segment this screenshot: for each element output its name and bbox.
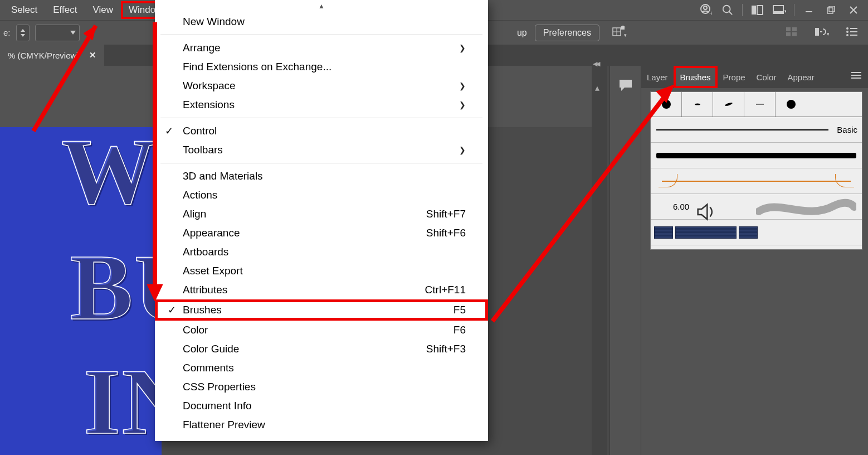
menu-item-asset-export[interactable]: Asset Export — [155, 262, 488, 280]
chevron-right-icon: ❯ — [459, 81, 466, 90]
menu-item-label: Appearance — [183, 227, 240, 239]
brush-thumb-3[interactable] — [713, 92, 744, 117]
search-icon[interactable] — [716, 2, 739, 18]
brush-thumb-5[interactable] — [776, 92, 807, 117]
menu-item-actions[interactable]: Actions — [155, 186, 488, 205]
menu-effect[interactable]: Effect — [45, 1, 85, 19]
panel-tab-brushes[interactable]: Brushes — [674, 66, 718, 88]
svg-point-40 — [724, 102, 733, 107]
brush-thumb-2[interactable] — [682, 92, 713, 117]
artboard[interactable]: WE BU IN — [0, 127, 162, 455]
align-to-menu-icon[interactable]: ▾ — [607, 23, 632, 42]
scroll-up-icon[interactable]: ▴ — [595, 83, 599, 93]
menu-item-label: CSS Properties — [183, 381, 256, 393]
screen-mode-icon[interactable]: ▾ — [768, 2, 791, 18]
comments-dock — [609, 66, 641, 455]
doc-setup-partial[interactable]: up — [509, 25, 527, 41]
menu-item-control[interactable]: ✓Control — [155, 122, 488, 141]
menu-item-align[interactable]: AlignShift+F7 — [155, 205, 488, 224]
svg-marker-17 — [70, 31, 76, 35]
menu-item-css-properties[interactable]: CSS Properties — [155, 377, 488, 396]
collapse-panels-icon[interactable]: ◀◀ — [593, 60, 598, 67]
svg-rect-23 — [786, 27, 791, 31]
svg-point-29 — [846, 27, 849, 30]
svg-marker-15 — [21, 29, 25, 32]
menu-item-artboards[interactable]: Artboards — [155, 243, 488, 262]
menu-shortcut: Shift+F7 — [426, 208, 466, 220]
panel-tab-appearance[interactable]: Appear — [782, 66, 820, 88]
menu-item-extensions[interactable]: Extensions❯ — [155, 95, 488, 114]
account-icon[interactable]: + — [694, 2, 716, 18]
brush-thumb-4[interactable] — [744, 92, 776, 117]
close-button[interactable] — [842, 2, 865, 18]
menu-view[interactable]: View — [85, 1, 121, 19]
brush-basic[interactable]: Basic — [651, 117, 862, 143]
brush-thumb-1[interactable] — [651, 92, 682, 117]
svg-point-33 — [846, 34, 849, 36]
panel-tab-properties[interactable]: Prope — [718, 66, 751, 88]
snap-icon[interactable]: ▾ — [810, 24, 833, 42]
menu-item-comments[interactable]: Comments — [155, 359, 488, 377]
svg-rect-6 — [757, 6, 763, 14]
svg-rect-26 — [792, 32, 797, 36]
panel-tab-color[interactable]: Color — [751, 66, 782, 88]
style-dropdown[interactable] — [35, 25, 80, 41]
maximize-button[interactable] — [820, 2, 842, 18]
brush-arrow[interactable] — [651, 168, 862, 194]
menu-shortcut: F5 — [453, 304, 466, 316]
panels-column: Layer Brushes Prope Color Appear Basic — [641, 66, 868, 455]
svg-marker-16 — [21, 34, 25, 37]
brush-soft-round[interactable]: 6.00 — [651, 194, 862, 220]
list-icon[interactable] — [841, 25, 862, 41]
menu-select[interactable]: Select — [3, 1, 45, 19]
preferences-button[interactable]: Preferences — [535, 25, 599, 41]
menu-separator — [160, 118, 482, 118]
menu-item-label: Document Info — [183, 400, 252, 412]
check-icon: ✓ — [165, 125, 173, 137]
chevron-right-icon: ❯ — [459, 146, 466, 154]
comments-icon[interactable] — [617, 78, 634, 93]
menu-item-label: Find Extensions on Exchange... — [183, 61, 331, 73]
menu-scroll-up-icon[interactable]: ▲ — [155, 0, 488, 12]
opacity-stepper[interactable] — [16, 25, 30, 41]
svg-rect-11 — [827, 8, 833, 13]
grid-icon[interactable] — [781, 25, 802, 41]
menu-item-label: Control — [183, 125, 217, 137]
chevron-right-icon: ❯ — [459, 100, 466, 109]
brush-pattern[interactable] — [651, 220, 862, 245]
vscroll-gutter[interactable]: ◀◀ ▴ — [592, 66, 607, 455]
menu-item-label: Artboards — [183, 246, 228, 258]
menu-shortcut: Shift+F3 — [426, 343, 466, 355]
close-tab-icon[interactable]: ✕ — [89, 50, 96, 60]
menu-item-color-guide[interactable]: Color GuideShift+F3 — [155, 340, 488, 359]
menu-item-flattener-preview[interactable]: Flattener Preview — [155, 415, 488, 434]
brush-list[interactable]: Basic 6.00 — [650, 117, 862, 250]
panel-menu-icon[interactable] — [845, 66, 868, 88]
menu-item-label: 3D and Materials — [183, 170, 263, 182]
menu-item-brushes[interactable]: ✓BrushesF5 — [155, 299, 488, 321]
chevron-right-icon: ❯ — [459, 43, 466, 52]
menu-item-3d-and-materials[interactable]: 3D and Materials — [155, 167, 488, 186]
document-tab[interactable]: % (CMYK/Preview) ✕ — [0, 45, 104, 66]
menu-item-color[interactable]: ColorF6 — [155, 321, 488, 340]
menu-item-new-window[interactable]: New Window — [155, 12, 488, 31]
menu-item-workspace[interactable]: Workspace❯ — [155, 76, 488, 95]
svg-point-1 — [704, 6, 707, 9]
menu-item-attributes[interactable]: AttributesCtrl+F11 — [155, 280, 488, 299]
brush-size-value: 6.00 — [673, 202, 689, 211]
minimize-button[interactable] — [798, 2, 820, 18]
menu-item-toolbars[interactable]: Toolbars❯ — [155, 141, 488, 159]
arrange-docs-icon[interactable] — [746, 2, 768, 18]
brush-basic-label: Basic — [837, 125, 857, 134]
menu-item-find-extensions-on-exchange[interactable]: Find Extensions on Exchange... — [155, 57, 488, 76]
menu-item-arrange[interactable]: Arrange❯ — [155, 38, 488, 57]
menu-item-appearance[interactable]: AppearanceShift+F6 — [155, 224, 488, 243]
menu-separator — [160, 163, 482, 163]
menu-item-document-info[interactable]: Document Info — [155, 396, 488, 415]
panel-tab-layers[interactable]: Layer — [641, 66, 674, 88]
menu-item-label: Attributes — [183, 284, 227, 296]
titlebar-icons: + ▾ — [694, 2, 865, 18]
svg-point-42 — [787, 100, 796, 109]
brush-charcoal[interactable] — [651, 143, 862, 168]
menu-shortcut: Ctrl+F11 — [425, 284, 466, 296]
